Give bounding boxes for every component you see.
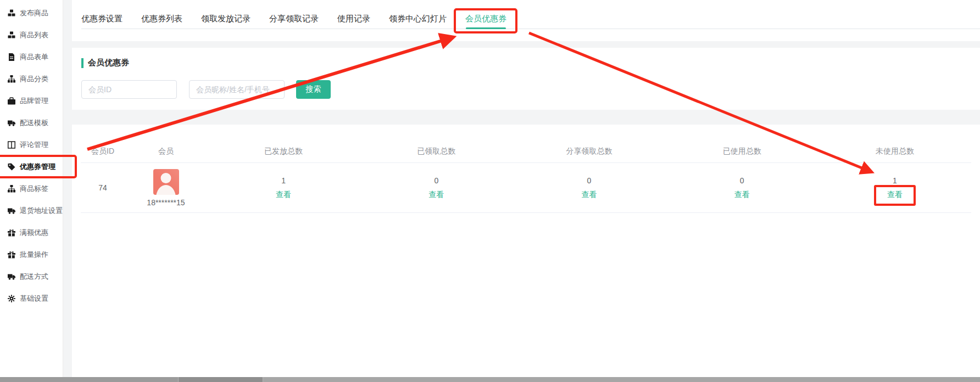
- gift-icon: [7, 251, 15, 259]
- coupon-admin-screen: 发布商品 商品列表 商品表单 商品分类 品牌管理 配送模板 评论管理: [0, 0, 980, 382]
- sidebar-item-label: 品牌管理: [20, 96, 48, 106]
- cell-share-received-total: 0 查看: [513, 176, 665, 200]
- avatar-head-shape: [161, 173, 171, 183]
- tab-coupon-list[interactable]: 优惠券列表: [141, 14, 182, 23]
- truck-icon: [7, 273, 15, 281]
- cell-member-id: 74: [81, 183, 125, 192]
- member-avatar: [153, 169, 179, 195]
- sidebar-item-coupon-management[interactable]: 优惠券管理: [0, 156, 63, 178]
- cell-received-total: 0 查看: [360, 176, 513, 200]
- tab-claim-issue-records[interactable]: 领取发放记录: [201, 14, 250, 23]
- gift-icon: [7, 229, 15, 237]
- bottom-scrollbar[interactable]: [0, 377, 980, 382]
- member-nickname-input[interactable]: [189, 80, 285, 99]
- search-button[interactable]: 搜索: [296, 80, 331, 99]
- tag-icon: [7, 163, 15, 171]
- header-member-id: 会员ID: [81, 147, 125, 156]
- columns-icon: [7, 141, 15, 149]
- truck-icon: [7, 207, 15, 215]
- sidebar-item-shipping-method[interactable]: 配送方式: [0, 266, 63, 288]
- sidebar-item-product-tags[interactable]: 商品标签: [0, 178, 63, 200]
- sidebar-item-publish-product[interactable]: 发布商品: [0, 2, 63, 24]
- section-title-text: 会员优惠券: [88, 58, 129, 68]
- tab-coupon-settings[interactable]: 优惠券设置: [81, 14, 122, 23]
- sidebar-item-label: 优惠券管理: [20, 162, 55, 172]
- header-member: 会员: [125, 147, 207, 156]
- header-issued-total: 已发放总数: [207, 147, 360, 156]
- member-phone: 18*******15: [147, 198, 185, 207]
- briefcase-icon: [7, 97, 15, 105]
- header-unused-total: 未使用总数: [818, 147, 971, 156]
- cell-unused-total: 1 查看: [818, 176, 971, 200]
- tab-bar: 优惠券设置 优惠券列表 领取发放记录 分享领取记录 使用记录 领券中心幻灯片 会…: [72, 0, 980, 41]
- header-received-total: 已领取总数: [360, 147, 513, 156]
- scrollbar-track[interactable]: [263, 377, 980, 382]
- tab-usage-records[interactable]: 使用记录: [337, 14, 370, 23]
- sidebar-item-label: 批量操作: [20, 250, 48, 260]
- sidebar-item-basic-settings[interactable]: 基础设置: [0, 288, 63, 310]
- sidebar-item-product-list[interactable]: 商品列表: [0, 24, 63, 46]
- active-tab-underline: [466, 27, 506, 29]
- avatar-body-shape: [156, 185, 176, 195]
- tab-coupon-center-slides[interactable]: 领券中心幻灯片: [389, 14, 447, 23]
- cell-member: 18*******15: [125, 169, 207, 207]
- view-unused-link[interactable]: 查看: [887, 190, 903, 200]
- sidebar-item-label: 商品分类: [20, 74, 48, 84]
- sidebar-item-label: 配送方式: [20, 272, 48, 282]
- cell-issued-total: 1 查看: [207, 176, 360, 200]
- member-coupon-table: 会员ID 会员 已发放总数 已领取总数 分享领取总数 已使用总数 未使用总数 7…: [72, 125, 980, 382]
- scrollbar-segment[interactable]: [0, 377, 179, 382]
- header-share-received-total: 分享领取总数: [513, 147, 665, 156]
- table-header-row: 会员ID 会员 已发放总数 已领取总数 分享领取总数 已使用总数 未使用总数: [81, 125, 971, 163]
- view-received-link[interactable]: 查看: [428, 190, 444, 200]
- header-used-total: 已使用总数: [666, 147, 818, 156]
- sidebar-item-label: 评论管理: [20, 140, 48, 150]
- sidebar: 发布商品 商品列表 商品表单 商品分类 品牌管理 配送模板 评论管理: [0, 0, 63, 378]
- cubes-icon: [7, 31, 15, 40]
- section-title: 会员优惠券: [81, 58, 980, 68]
- sitemap-icon: [7, 185, 15, 193]
- sidebar-item-label: 发布商品: [20, 8, 48, 18]
- sidebar-item-label: 基础设置: [20, 294, 48, 304]
- sidebar-item-label: 满额优惠: [20, 228, 48, 238]
- member-id-input[interactable]: [81, 80, 177, 99]
- view-share-received-link[interactable]: 查看: [582, 190, 597, 200]
- sidebar-item-comment-management[interactable]: 评论管理: [0, 134, 63, 156]
- sidebar-item-shipping-template[interactable]: 配送模板: [0, 112, 63, 134]
- table-row: 74 18*******15 1 查看 0 查看 0: [81, 163, 971, 213]
- view-used-link[interactable]: 查看: [734, 190, 750, 200]
- main-content: 优惠券设置 优惠券列表 领取发放记录 分享领取记录 使用记录 领券中心幻灯片 会…: [63, 0, 980, 382]
- sidebar-item-label: 商品标签: [20, 184, 48, 194]
- search-panel: 会员优惠券 搜索: [72, 48, 980, 110]
- truck-icon: [7, 119, 15, 127]
- sidebar-item-label: 商品列表: [20, 30, 48, 40]
- sidebar-item-label: 退货地址设置: [20, 206, 63, 216]
- tab-share-claim-records[interactable]: 分享领取记录: [269, 14, 319, 23]
- tab-member-coupons[interactable]: 会员优惠券: [465, 14, 506, 23]
- section-accent-bar: [81, 58, 83, 68]
- gear-icon: [7, 295, 15, 303]
- sidebar-item-return-address-settings[interactable]: 退货地址设置: [0, 200, 63, 222]
- sidebar-item-batch-operations[interactable]: 批量操作: [0, 244, 63, 266]
- cubes-icon: [7, 9, 15, 18]
- sidebar-item-full-amount-discount[interactable]: 满额优惠: [0, 222, 63, 244]
- sidebar-item-product-form[interactable]: 商品表单: [0, 46, 63, 68]
- sidebar-item-brand-management[interactable]: 品牌管理: [0, 90, 63, 112]
- sidebar-item-product-category[interactable]: 商品分类: [0, 68, 63, 90]
- sidebar-item-label: 配送模板: [20, 118, 48, 128]
- view-issued-link[interactable]: 查看: [276, 190, 291, 200]
- sidebar-item-label: 商品表单: [20, 52, 48, 62]
- scrollbar-segment[interactable]: [179, 377, 263, 382]
- cell-used-total: 0 查看: [666, 176, 818, 200]
- file-icon: [7, 53, 15, 61]
- sitemap-icon: [7, 75, 15, 83]
